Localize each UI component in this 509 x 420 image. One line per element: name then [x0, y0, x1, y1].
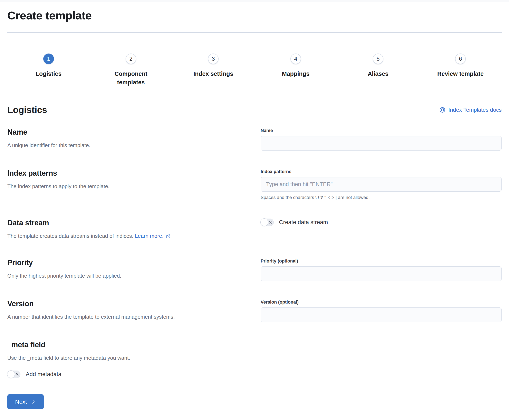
next-button[interactable]: Next	[7, 394, 44, 409]
top-border-strip	[0, 0, 509, 2]
step-circle-3: 3	[208, 53, 218, 64]
add-metadata-toggle[interactable]	[7, 371, 20, 378]
index-patterns-input[interactable]	[261, 177, 502, 192]
version-input[interactable]	[261, 308, 502, 322]
name-row-left: Name A unique identifier for this templa…	[7, 128, 232, 150]
next-button-label: Next	[15, 398, 27, 405]
step-label-6: Review template	[434, 69, 487, 78]
step-aliases: 5 Aliases	[337, 53, 419, 87]
priority-heading: Priority	[7, 258, 232, 267]
step-circle-1[interactable]: 1	[43, 53, 54, 64]
add-metadata-label[interactable]: Add metadata	[26, 371, 61, 377]
step-circle-4: 4	[291, 53, 301, 64]
step-label-2: Component templates	[104, 69, 157, 87]
name-field-label: Name	[261, 128, 502, 133]
priority-row-left: Priority Only the highest priority templ…	[7, 258, 232, 281]
version-description: A number that identifies the template to…	[7, 313, 232, 321]
wizard-stepper: 1 Logistics 2 Component templates 3 Inde…	[7, 53, 502, 87]
data-stream-row-left: Data stream The template creates data st…	[7, 218, 232, 240]
index-patterns-description: The index patterns to apply to the templ…	[7, 182, 232, 190]
name-row-right: Name	[261, 128, 502, 150]
step-circle-5: 5	[373, 53, 383, 64]
page-title: Create template	[7, 2, 502, 32]
name-input[interactable]	[261, 136, 502, 150]
chevron-right-icon	[31, 399, 36, 404]
docs-lifebuoy-icon	[439, 107, 445, 113]
step-circle-2: 2	[126, 53, 136, 64]
step-label-3: Index settings	[187, 69, 240, 78]
learn-more-link[interactable]: Learn more.	[135, 232, 171, 240]
data-stream-row: Data stream The template creates data st…	[7, 218, 502, 240]
toggle-thumb	[260, 218, 268, 226]
section-title: Logistics	[7, 105, 47, 115]
index-patterns-row-left: Index patterns The index patterns to app…	[7, 169, 232, 200]
external-link-icon	[166, 232, 171, 240]
priority-row-right: Priority (optional)	[261, 258, 502, 281]
data-stream-toggle-row: Create data stream	[261, 218, 502, 226]
index-patterns-row: Index patterns The index patterns to app…	[7, 169, 502, 200]
priority-description: Only the highest priority template will …	[7, 272, 232, 280]
version-field-label: Version (optional)	[261, 300, 502, 305]
step-label-5: Aliases	[352, 69, 405, 78]
version-row: Version A number that identifies the tem…	[7, 300, 502, 322]
index-patterns-heading: Index patterns	[7, 169, 232, 178]
name-row: Name A unique identifier for this templa…	[7, 128, 502, 150]
toggle-thumb	[7, 370, 15, 378]
meta-description: Use the _meta field to store any metadat…	[7, 354, 502, 362]
learn-more-label: Learn more.	[135, 232, 163, 240]
meta-heading: _meta field	[7, 341, 502, 349]
step-label-4: Mappings	[269, 69, 322, 78]
data-stream-description: The template creates data streams instea…	[7, 232, 232, 240]
section-header: Logistics Index Templates docs	[7, 105, 502, 115]
help-suffix: are not allowed.	[337, 195, 369, 200]
step-mappings: 4 Mappings	[254, 53, 337, 87]
step-index-settings: 3 Index settings	[172, 53, 254, 87]
meta-toggle-row: Add metadata	[7, 371, 502, 378]
create-data-stream-label[interactable]: Create data stream	[279, 219, 328, 225]
name-description: A unique identifier for this template.	[7, 141, 232, 149]
help-prefix: Spaces and the characters	[261, 195, 315, 200]
version-heading: Version	[7, 300, 232, 308]
name-heading: Name	[7, 128, 232, 136]
version-row-left: Version A number that identifies the tem…	[7, 300, 232, 322]
step-review-template: 6 Review template	[419, 53, 502, 87]
step-component-templates: 2 Component templates	[90, 53, 172, 87]
step-label-1: Logistics	[22, 69, 75, 78]
priority-input[interactable]	[261, 266, 502, 281]
toggle-off-x-icon	[15, 372, 19, 377]
meta-field-section: _meta field Use the _meta field to store…	[7, 341, 502, 409]
help-disallowed-chars: \ / ? " < > |	[315, 195, 337, 200]
index-patterns-help-text: Spaces and the characters \ / ? " < > | …	[261, 195, 502, 200]
step-circle-6: 6	[455, 53, 466, 64]
create-template-page: Create template 1 Logistics 2 Component …	[0, 2, 509, 409]
index-patterns-row-right: Index patterns Spaces and the characters…	[261, 169, 502, 200]
toggle-off-x-icon	[268, 220, 272, 225]
priority-field-label: Priority (optional)	[261, 258, 502, 264]
data-stream-heading: Data stream	[7, 218, 232, 227]
version-row-right: Version (optional)	[261, 300, 502, 322]
step-logistics[interactable]: 1 Logistics	[7, 53, 90, 87]
create-data-stream-toggle[interactable]	[261, 218, 274, 226]
index-patterns-field-label: Index patterns	[261, 169, 502, 174]
priority-row: Priority Only the highest priority templ…	[7, 258, 502, 281]
data-stream-row-right: Create data stream	[261, 218, 502, 240]
index-templates-docs-link[interactable]: Index Templates docs	[439, 107, 502, 113]
docs-link-label: Index Templates docs	[448, 107, 502, 113]
data-stream-description-text: The template creates data streams instea…	[7, 233, 135, 239]
title-divider	[7, 32, 502, 33]
